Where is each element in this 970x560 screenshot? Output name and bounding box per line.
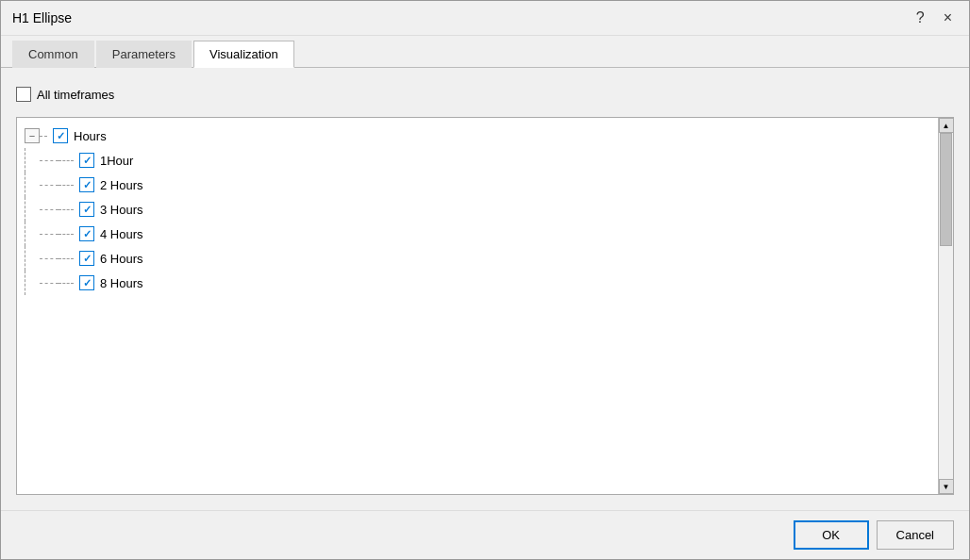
scroll-thumb[interactable] [940, 133, 952, 246]
connector-h-6 [59, 209, 74, 210]
tree-checkbox-4hours[interactable] [79, 226, 94, 241]
connector-h-2 [59, 160, 74, 161]
scroll-track[interactable] [939, 133, 953, 479]
all-timeframes-label: All timeframes [37, 88, 114, 102]
scroll-down-button[interactable]: ▼ [939, 479, 954, 494]
tree-content[interactable]: − Hours 1Hour [17, 118, 938, 494]
all-timeframes-row: All timeframes [16, 83, 954, 106]
cancel-button[interactable]: Cancel [877, 520, 954, 550]
tree-row-8hours[interactable]: 8 Hours [17, 271, 938, 295]
connector-h-1 [40, 160, 59, 161]
tree-label-1hour: 1Hour [100, 154, 133, 168]
tree-label-3hours: 3 Hours [100, 203, 143, 217]
connector-h-11 [40, 283, 59, 284]
tree-row-hours[interactable]: − Hours [17, 124, 938, 148]
tree-checkbox-1hour[interactable] [79, 153, 94, 168]
tab-parameters[interactable]: Parameters [96, 41, 192, 68]
tree-scrollbar: ▲ ▼ [938, 118, 953, 494]
connector-h-5 [40, 209, 59, 210]
tab-bar: Common Parameters Visualization [1, 40, 969, 68]
vline-3 [25, 197, 40, 222]
all-timeframes-checkbox-label[interactable]: All timeframes [16, 87, 114, 102]
help-button[interactable]: ? [911, 8, 930, 27]
tree-panel: − Hours 1Hour [16, 117, 954, 495]
tree-row-1hour[interactable]: 1Hour [17, 148, 938, 173]
tab-common[interactable]: Common [12, 41, 94, 68]
tree-label-2hours: 2 Hours [100, 178, 143, 192]
vline-4 [25, 222, 40, 246]
tree-checkbox-6hours[interactable] [79, 251, 94, 266]
vline-2 [25, 173, 40, 197]
tree-row-3hours[interactable]: 3 Hours [17, 197, 938, 222]
title-bar-buttons: ? × [911, 8, 958, 27]
tree-row-6hours[interactable]: 6 Hours [17, 246, 938, 271]
vline-5 [25, 246, 40, 271]
tree-row-2hours[interactable]: 2 Hours [17, 173, 938, 197]
connector-h-10 [59, 258, 74, 259]
tab-visualization[interactable]: Visualization [193, 41, 294, 68]
ok-button[interactable]: OK [794, 520, 869, 550]
all-timeframes-checkbox[interactable] [16, 87, 31, 102]
close-button[interactable]: × [938, 8, 958, 27]
tree-row-4hours[interactable]: 4 Hours [17, 222, 938, 246]
vline-1 [25, 148, 40, 173]
vline-6 [25, 271, 40, 295]
tree-label-hours: Hours [74, 129, 107, 143]
title-bar: H1 Ellipse ? × [1, 1, 969, 36]
connector-h-9 [40, 258, 59, 259]
dialog-title: H1 Ellipse [12, 10, 72, 25]
connector-h-8 [59, 234, 74, 235]
tree-checkbox-2hours[interactable] [79, 177, 94, 192]
tree-label-6hours: 6 Hours [100, 252, 143, 266]
tree-checkbox-hours[interactable] [53, 128, 68, 143]
connector-h-3 [40, 185, 59, 186]
dialog: H1 Ellipse ? × Common Parameters Visuali… [0, 0, 970, 560]
tree-checkbox-3hours[interactable] [79, 202, 94, 217]
dialog-footer: OK Cancel [1, 510, 969, 559]
tree-checkbox-8hours[interactable] [79, 275, 94, 290]
connector-h-12 [59, 283, 74, 284]
tree-label-4hours: 4 Hours [100, 227, 143, 241]
connector-h [40, 136, 47, 137]
content-area: All timeframes − Hours [1, 68, 969, 510]
tree-label-8hours: 8 Hours [100, 276, 143, 290]
connector-h-4 [59, 185, 74, 186]
tree-expand-hours[interactable]: − [25, 128, 40, 143]
connector-h-7 [40, 234, 59, 235]
scroll-up-button[interactable]: ▲ [939, 118, 954, 133]
